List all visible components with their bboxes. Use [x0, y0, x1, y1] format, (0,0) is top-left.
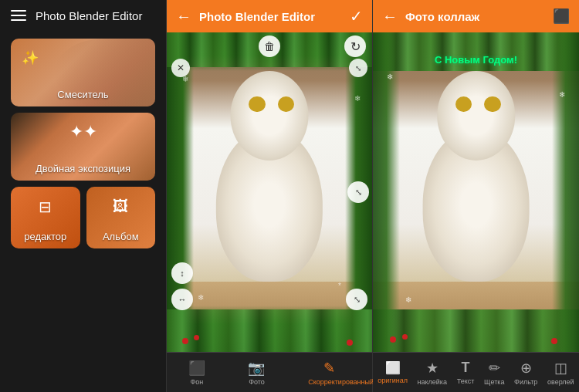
toolbar-bg-label: Фон [190, 378, 203, 386]
editor-icon: ⊟ [39, 198, 52, 216]
card-editor-label: редактор [11, 231, 80, 242]
cat-photo-bg [167, 32, 372, 352]
new-year-text: С Новым Годом! [435, 54, 517, 66]
text-icon: T [462, 360, 470, 376]
toolbar-overlay[interactable]: ◫ оверлей [543, 357, 579, 389]
left-title: Photo Blender Editor [36, 9, 142, 22]
toolbar-photo[interactable]: 📷 Фото [243, 357, 269, 389]
card-album-label: Альбом [86, 231, 156, 242]
right-toolbar: ⬜ оригинал ★ наклейка T Текст ✏ Щетка ⊕ … [373, 352, 579, 392]
toolbar-text[interactable]: T Текст [452, 357, 479, 388]
rotate-button[interactable]: ↻ [344, 35, 366, 57]
expand-button[interactable]: ⤡ [349, 59, 367, 77]
toolbar-photo-label: Фото [249, 378, 265, 386]
right-back-button[interactable]: ← [382, 8, 398, 25]
snowflake-r3: ❄ [405, 296, 411, 304]
toolbar-brush[interactable]: ✏ Щетка [479, 357, 509, 389]
double-icon: ✦✦ [69, 122, 97, 142]
toolbar-bg[interactable]: ⬛ Фон [184, 357, 210, 389]
sticker-icon: ★ [426, 360, 438, 377]
card-row: ⊟ редактор 🖼 Альбом [11, 187, 155, 248]
photo-icon: 📷 [248, 360, 265, 377]
side-controls: ⤡ [347, 181, 369, 203]
toolbar-filter-label: Фильтр [514, 378, 537, 386]
card-double-label: Двойная экспозиция [11, 163, 155, 174]
side-ctrl-1[interactable]: ⤡ [347, 181, 369, 203]
card-editor[interactable]: ⊟ редактор [11, 187, 80, 248]
left-panel: Photo Blender Editor ✨ Смеситель ✦✦ Двой… [0, 0, 166, 392]
toolbar-sticker[interactable]: ★ наклейка [413, 357, 452, 389]
toolbar-overlay-label: оверлей [547, 378, 574, 386]
card-double[interactable]: ✦✦ Двойная экспозиция [11, 113, 155, 181]
right-canvas: С Новым Годом! ❄ ❄ ❄ [373, 32, 579, 352]
mid-canvas: ❄ ❄ ❄ * 🗑 ↻ ✕ ⤡ ⤡ ↕ ↔ ⤡ [167, 32, 372, 352]
mid-header-title: Photo Blender Editor [199, 10, 342, 23]
mid-panel: ← Photo Blender Editor ✓ [166, 0, 373, 392]
toolbar-corrected-label: Скорректированный [308, 378, 350, 386]
toolbar-original-label: оригинал [378, 377, 408, 384]
corrected-icon: ✎ [323, 360, 335, 377]
bottom-ctrl-1[interactable]: ↕ [171, 262, 193, 284]
hamburger-menu[interactable] [11, 10, 26, 21]
right-header-title: Фото коллаж [405, 10, 545, 23]
close-image-button[interactable]: ✕ [171, 59, 190, 77]
toolbar-sticker-label: наклейка [418, 378, 447, 386]
bottom-ctrl-2[interactable]: ↔ [171, 289, 193, 310]
mid-toolbar: ⬛ Фон 📷 Фото ✎ Скорректированный [167, 352, 372, 392]
smes-icon: ✨ [22, 49, 39, 66]
snowflake-r2: ❄ [559, 90, 565, 99]
overlay-controls: 🗑 ↻ [167, 35, 372, 57]
inner-img-controls: ✕ ⤡ [171, 59, 367, 77]
album-icon: 🖼 [113, 198, 128, 215]
bottom-right-ctrl: ⤡ [346, 289, 367, 310]
right-panel: ← Фото коллаж ⬛ С Новым Годом! ❄ ❄ [373, 0, 579, 392]
toolbar-brush-label: Щетка [484, 378, 504, 386]
card-album[interactable]: 🖼 Альбом [86, 187, 156, 248]
brush-icon: ✏ [489, 360, 500, 377]
toolbar-original[interactable]: ⬜ оригинал [373, 357, 412, 387]
bottom-ctrl-3[interactable]: ⤡ [346, 289, 367, 310]
card-smes[interactable]: ✨ Смеситель [11, 39, 155, 106]
left-header: Photo Blender Editor [0, 0, 166, 31]
mid-back-button[interactable]: ← [176, 8, 191, 25]
mid-check-button[interactable]: ✓ [350, 7, 363, 25]
right-header: ← Фото коллаж ⬛ [373, 0, 579, 32]
toolbar-text-label: Текст [457, 377, 475, 385]
snowflake-r1: ❄ [387, 73, 393, 81]
original-icon: ⬜ [385, 360, 401, 375]
filter-icon: ⊕ [520, 360, 532, 377]
right-header-icon: ⬛ [553, 8, 570, 25]
toolbar-corrected[interactable]: ✎ Скорректированный [303, 357, 355, 389]
delete-button[interactable]: 🗑 [259, 35, 280, 57]
left-menu: ✨ Смеситель ✦✦ Двойная экспозиция ⊟ реда… [0, 31, 166, 392]
bottom-left-ctrl: ↕ ↔ [171, 262, 193, 310]
mid-header: ← Photo Blender Editor ✓ [167, 0, 372, 32]
overlay-icon: ◫ [554, 360, 567, 377]
right-cat-photo: С Новым Годом! ❄ ❄ ❄ [373, 32, 579, 352]
toolbar-filter[interactable]: ⊕ Фильтр [510, 357, 542, 389]
bg-icon: ⬛ [188, 360, 205, 377]
card-smes-label: Смеситель [11, 89, 155, 100]
